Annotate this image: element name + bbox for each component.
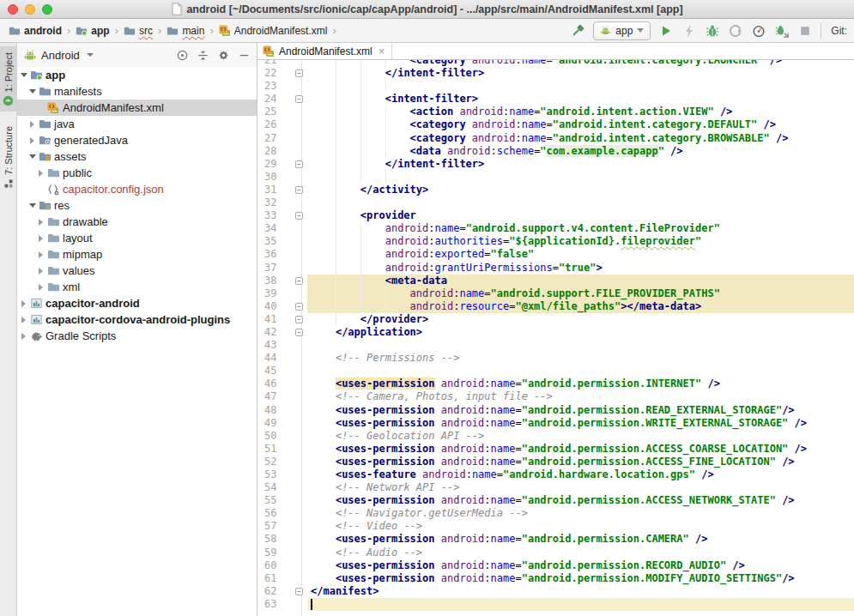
tree-item-capacitor-config-json[interactable]: capacitor.config.json bbox=[17, 181, 257, 197]
code-line-29[interactable]: 29− </intent-filter> bbox=[257, 158, 854, 171]
zoom-window-button[interactable] bbox=[42, 4, 52, 15]
fold-start-icon[interactable]: − bbox=[295, 95, 303, 103]
tree-collapsed-icon[interactable] bbox=[36, 235, 45, 242]
minimize-window-button[interactable] bbox=[25, 4, 35, 15]
fold-start-icon[interactable]: − bbox=[295, 212, 303, 220]
tree-collapsed-icon[interactable] bbox=[36, 219, 45, 226]
stop-button[interactable] bbox=[797, 22, 813, 39]
tree-item-capacitor-android[interactable]: capacitor-android bbox=[17, 295, 257, 311]
run-configuration-select[interactable]: app bbox=[593, 21, 651, 40]
breadcrumb-app[interactable]: app bbox=[74, 24, 111, 38]
tree-collapsed-icon[interactable] bbox=[19, 300, 28, 307]
code-line-33[interactable]: 33− <provider bbox=[257, 209, 854, 222]
fold-marker[interactable]: − bbox=[295, 67, 307, 80]
tree-item-xml[interactable]: xml bbox=[17, 279, 257, 295]
fold-marker[interactable]: − bbox=[295, 275, 307, 287]
tool-stripe-project-button[interactable]: 1: Project bbox=[0, 46, 17, 112]
tree-item-manifests[interactable]: manifests bbox=[17, 83, 257, 100]
code-line-45[interactable]: 45 bbox=[257, 365, 854, 377]
project-view-selector[interactable]: Android bbox=[23, 48, 94, 62]
fold-end-icon[interactable]: − bbox=[295, 588, 303, 595]
code-line-53[interactable]: 53 <uses-feature android:name="android.h… bbox=[257, 468, 854, 481]
fold-end-icon[interactable]: − bbox=[295, 160, 303, 168]
code-line-34[interactable]: 34 android:name="android.support.v4.cont… bbox=[257, 222, 854, 235]
breadcrumb-androidmanifest-xml[interactable]: AndroidManifest.xml bbox=[217, 24, 330, 38]
code-line-43[interactable]: 43 bbox=[257, 339, 854, 352]
tree-item-app[interactable]: app bbox=[17, 67, 257, 83]
breadcrumb-src[interactable]: src bbox=[122, 24, 154, 38]
tree-expanded-icon[interactable] bbox=[19, 73, 28, 77]
code-line-27[interactable]: 27 <category android:name="android.inten… bbox=[257, 132, 854, 145]
fold-marker[interactable]: − bbox=[295, 158, 307, 171]
code-line-35[interactable]: 35 android:authorities="${applicationId}… bbox=[257, 235, 854, 248]
fold-marker[interactable]: − bbox=[295, 313, 307, 326]
tree-collapsed-icon[interactable] bbox=[27, 137, 37, 144]
tree-expanded-icon[interactable] bbox=[27, 203, 37, 208]
debug-button[interactable] bbox=[705, 22, 720, 39]
fold-marker[interactable]: − bbox=[295, 93, 307, 106]
attach-debugger-button[interactable] bbox=[774, 22, 790, 39]
tree-item-mipmap[interactable]: mipmap bbox=[17, 246, 257, 263]
tree-item-capacitor-cordova-android-plugins[interactable]: capacitor-cordova-android-plugins bbox=[17, 311, 257, 328]
apply-restart-button[interactable] bbox=[728, 22, 743, 39]
git-label[interactable]: Git: bbox=[829, 25, 847, 37]
code-line-49[interactable]: 49 <uses-permission android:name="androi… bbox=[257, 417, 854, 430]
code-line-59[interactable]: 59 <!-- Audio --> bbox=[257, 547, 854, 559]
breadcrumb-android[interactable]: android bbox=[7, 24, 64, 38]
hide-panel-button[interactable] bbox=[237, 48, 251, 62]
tree-item-generatedjava[interactable]: generatedJava bbox=[17, 132, 257, 148]
tree-collapsed-icon[interactable] bbox=[27, 121, 37, 128]
tree-item-java[interactable]: java bbox=[17, 116, 257, 132]
code-line-51[interactable]: 51 <uses-permission android:name="androi… bbox=[257, 443, 854, 456]
code-line-41[interactable]: 41− </provider> bbox=[257, 313, 854, 326]
fold-end-icon[interactable]: − bbox=[295, 69, 303, 77]
settings-button[interactable] bbox=[216, 48, 230, 62]
tree-item-drawable[interactable]: drawable bbox=[17, 214, 257, 230]
code-line-57[interactable]: 57 <!-- Video --> bbox=[257, 520, 854, 533]
code-line-25[interactable]: 25 <action android:name="android.intent.… bbox=[257, 106, 854, 118]
code-line-38[interactable]: 38− <meta-data bbox=[257, 275, 854, 287]
code-line-63[interactable]: 63 bbox=[257, 598, 854, 611]
profiler-button[interactable] bbox=[751, 22, 766, 39]
locate-file-button[interactable] bbox=[175, 48, 189, 62]
breadcrumb-main[interactable]: main bbox=[165, 24, 206, 38]
code-area[interactable]: 21 <category android:name="android.inten… bbox=[257, 60, 854, 616]
tree-expanded-icon[interactable] bbox=[27, 89, 37, 94]
close-window-button[interactable] bbox=[8, 4, 18, 15]
code-line-31[interactable]: 31− </activity> bbox=[257, 184, 854, 196]
tree-item-gradle-scripts[interactable]: Gradle Scripts bbox=[17, 328, 257, 344]
collapse-all-button[interactable] bbox=[196, 48, 209, 62]
tree-item-assets[interactable]: assets bbox=[17, 148, 257, 165]
tree-collapsed-icon[interactable] bbox=[36, 284, 45, 291]
code-line-37[interactable]: 37 android:grantUriPermissions="true"> bbox=[257, 262, 854, 275]
fold-marker[interactable]: − bbox=[295, 209, 307, 222]
code-line-50[interactable]: 50 <!-- Geolocation API --> bbox=[257, 430, 854, 443]
tree-collapsed-icon[interactable] bbox=[19, 317, 28, 323]
fold-marker[interactable]: − bbox=[295, 300, 307, 313]
code-line-44[interactable]: 44 <!-- Permissions --> bbox=[257, 352, 854, 365]
fold-marker[interactable]: − bbox=[295, 184, 307, 196]
tab-androidmanifest-xml[interactable]: AndroidManifest.xml × bbox=[257, 43, 392, 59]
code-line-32[interactable]: 32 bbox=[257, 196, 854, 209]
code-line-55[interactable]: 55 <uses-permission android:name="androi… bbox=[257, 494, 854, 507]
code-line-56[interactable]: 56 <!-- Navigator.getUserMedia --> bbox=[257, 507, 854, 520]
code-line-40[interactable]: 40− android:resource="@xml/file_paths"><… bbox=[257, 300, 854, 313]
code-line-47[interactable]: 47 <!-- Camera, Photos, input file --> bbox=[257, 390, 854, 403]
code-line-62[interactable]: 62−</manifest> bbox=[257, 585, 854, 598]
tree-collapsed-icon[interactable] bbox=[36, 170, 45, 177]
code-line-39[interactable]: 39 android:name="android.support.FILE_PR… bbox=[257, 287, 854, 300]
tree-item-public[interactable]: public bbox=[17, 165, 257, 181]
fold-end-icon[interactable]: − bbox=[295, 316, 303, 323]
fold-end-icon[interactable]: − bbox=[295, 303, 303, 311]
code-line-30[interactable]: 30 bbox=[257, 171, 854, 184]
tool-stripe-structure-button[interactable]: 7: Structure bbox=[0, 120, 17, 194]
code-line-61[interactable]: 61 <uses-permission android:name="androi… bbox=[257, 572, 854, 585]
code-line-23[interactable]: 23 bbox=[257, 80, 854, 93]
tree-expanded-icon[interactable] bbox=[27, 154, 37, 159]
fold-marker[interactable]: − bbox=[295, 326, 307, 339]
code-line-22[interactable]: 22− </intent-filter> bbox=[257, 67, 854, 80]
code-line-26[interactable]: 26 <category android:name="android.inten… bbox=[257, 118, 854, 131]
build-button[interactable] bbox=[570, 22, 585, 39]
code-line-60[interactable]: 60 <uses-permission android:name="androi… bbox=[257, 559, 854, 572]
tree-item-layout[interactable]: layout bbox=[17, 230, 257, 246]
